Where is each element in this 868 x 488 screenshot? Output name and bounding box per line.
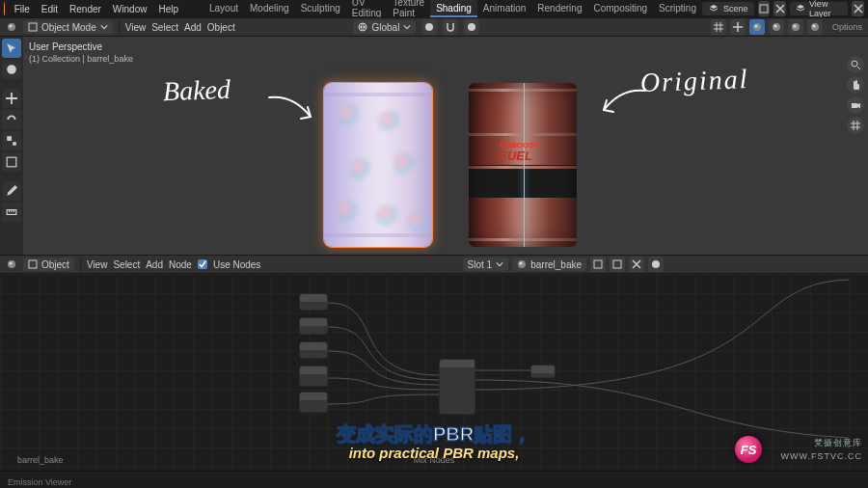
- object-barrel-baked: [324, 83, 432, 247]
- node[interactable]: [299, 341, 328, 359]
- tab-uv-editing[interactable]: UV Editing: [346, 0, 388, 17]
- editor-type-icon[interactable]: [6, 21, 17, 33]
- proportional-button[interactable]: [464, 19, 479, 35]
- editor-type-icon[interactable]: [6, 258, 17, 270]
- scene-icon: [708, 3, 719, 14]
- node-editor[interactable]: barrel_bake Mix Nodes: [0, 274, 868, 471]
- viewport-info: User Perspective (1) Collection | barrel…: [29, 41, 133, 66]
- node-menu-node[interactable]: Node: [169, 259, 192, 270]
- material-new-button[interactable]: [610, 257, 625, 272]
- node-wires: [0, 274, 868, 471]
- arrow-icon: [264, 90, 322, 132]
- tab-sculpting[interactable]: Sculpting: [295, 0, 346, 17]
- tab-compositing[interactable]: Compositing: [587, 0, 653, 17]
- options-label[interactable]: Options: [832, 22, 862, 32]
- viewlayer-dropdown[interactable]: View Layer: [790, 2, 848, 15]
- node-output[interactable]: [530, 365, 556, 378]
- menu-edit[interactable]: Edit: [36, 4, 64, 14]
- node-editor-header: Object View Select Add Node Use Nodes Sl…: [0, 255, 868, 274]
- node-menu-select[interactable]: Select: [113, 259, 140, 270]
- material-dropdown[interactable]: barrel_bake: [512, 258, 586, 271]
- pin-button[interactable]: [648, 257, 664, 272]
- viewport-toolbar: [0, 37, 23, 255]
- menu-render[interactable]: Render: [64, 4, 107, 14]
- orientation-dropdown[interactable]: Global: [353, 20, 416, 34]
- sphere-icon: [517, 259, 527, 269]
- menu-file[interactable]: File: [9, 4, 36, 14]
- viewport-menu-object[interactable]: Object: [207, 22, 235, 33]
- viewlayer-label: View Layer: [809, 0, 842, 18]
- tool-move[interactable]: [2, 89, 21, 108]
- menu-window[interactable]: Window: [107, 4, 153, 14]
- use-nodes-checkbox[interactable]: [198, 259, 207, 269]
- status-label: Emission Viewer: [0, 474, 79, 488]
- tab-animation[interactable]: Animation: [477, 0, 531, 17]
- tool-scale[interactable]: [2, 131, 21, 150]
- tool-measure[interactable]: [2, 203, 21, 222]
- material-slot-dropdown[interactable]: Slot 1: [463, 258, 509, 271]
- node-principled[interactable]: [439, 359, 475, 415]
- gizmo-grid[interactable]: [847, 117, 864, 134]
- annotation-original: Original: [639, 64, 749, 98]
- tool-rotate[interactable]: [2, 110, 21, 129]
- gizmo-camera[interactable]: [847, 96, 864, 114]
- snap-button[interactable]: [443, 19, 458, 35]
- shading-wire-button[interactable]: [749, 19, 765, 35]
- shading-render-button[interactable]: [807, 19, 823, 35]
- gizmo-button[interactable]: [730, 19, 746, 35]
- node-editor-label-left: barrel_bake: [17, 455, 64, 465]
- overlay-button[interactable]: [711, 19, 726, 35]
- tab-layout[interactable]: Layout: [203, 0, 244, 17]
- gizmo-zoom[interactable]: [847, 56, 864, 73]
- top-menu-bar: File Edit Render Window Help Layout Mode…: [0, 0, 868, 17]
- scene-new-button[interactable]: [758, 1, 771, 16]
- barrel-logo-line2: FUEL: [500, 149, 532, 163]
- tab-scripting[interactable]: Scripting: [653, 0, 702, 17]
- node[interactable]: [299, 366, 328, 387]
- slot-label: Slot 1: [468, 259, 493, 270]
- use-nodes-label: Use Nodes: [213, 259, 260, 270]
- gizmo-pan[interactable]: [847, 76, 864, 94]
- pivot-button[interactable]: [421, 19, 437, 35]
- shading-matprev-button[interactable]: [788, 19, 803, 35]
- tool-select[interactable]: [2, 39, 21, 58]
- viewport-3d[interactable]: User Perspective (1) Collection | barrel…: [23, 37, 868, 255]
- tab-rendering[interactable]: Rendering: [531, 0, 587, 17]
- node[interactable]: [299, 392, 328, 413]
- node-menu-view[interactable]: View: [87, 259, 108, 270]
- mode-label: Object Mode: [41, 22, 96, 33]
- scene-remove-button[interactable]: [773, 1, 786, 16]
- arrow-icon: [592, 83, 650, 125]
- viewport-menu-view[interactable]: View: [125, 22, 147, 33]
- tool-cursor[interactable]: [2, 60, 21, 79]
- viewport-header: Object Mode View Select Add Object Globa…: [0, 17, 868, 37]
- object-barrel-original: CGBOOST FUEL: [469, 83, 577, 247]
- material-name-label: barrel_bake: [530, 259, 582, 270]
- shading-mode-label: Object: [41, 259, 69, 270]
- chevron-down-icon: [100, 23, 108, 31]
- shading-solid-button[interactable]: [769, 19, 784, 35]
- tool-annotate[interactable]: [2, 181, 21, 201]
- viewport-menu-add[interactable]: Add: [184, 22, 202, 33]
- annotation-baked: Baked: [162, 74, 231, 107]
- uv-seam: [524, 83, 525, 247]
- tab-shading[interactable]: Shading: [430, 0, 477, 17]
- workspace-tabs: Layout Modeling Sculpting UV Editing Tex…: [203, 0, 702, 17]
- node[interactable]: [299, 293, 328, 311]
- material-unlink-button[interactable]: [629, 257, 644, 272]
- node[interactable]: [299, 317, 328, 335]
- tab-texture-paint[interactable]: Texture Paint: [387, 0, 430, 17]
- material-browse-button[interactable]: [590, 257, 606, 272]
- node-editor-label-mid: Mix Nodes: [414, 455, 455, 465]
- scene-label: Scene: [723, 4, 748, 14]
- mode-dropdown[interactable]: Object Mode: [23, 20, 113, 34]
- node-menu-add[interactable]: Add: [146, 259, 163, 270]
- viewlayer-remove-button[interactable]: [852, 1, 864, 16]
- tab-modeling[interactable]: Modeling: [244, 0, 295, 17]
- tool-transform[interactable]: [2, 152, 21, 172]
- menu-help[interactable]: Help: [152, 4, 184, 14]
- viewport-menu-select[interactable]: Select: [151, 22, 178, 33]
- shading-mode-dropdown[interactable]: Object: [23, 258, 74, 271]
- scene-dropdown[interactable]: Scene: [702, 2, 754, 15]
- orientation-label: Global: [371, 22, 399, 33]
